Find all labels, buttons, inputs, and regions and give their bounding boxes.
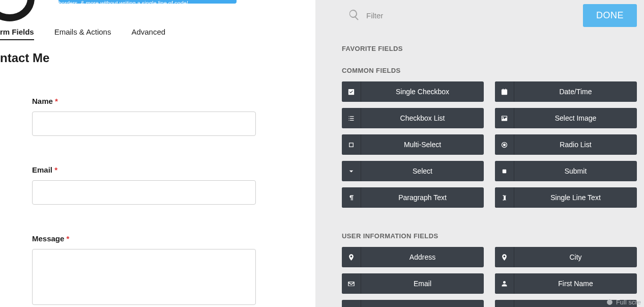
list-icon [342, 108, 361, 128]
radio-icon [495, 134, 514, 155]
field-type-label: First Name [514, 273, 637, 294]
field-type-first-name[interactable]: First Name [495, 273, 637, 294]
tab-form-fields[interactable]: rm Fields [0, 27, 34, 40]
pilcrow-icon [342, 187, 361, 208]
field-type-label: Select Image [514, 108, 637, 128]
tab-emails-actions[interactable]: Emails & Actions [54, 27, 111, 40]
map-pin-icon [342, 247, 361, 267]
field-name[interactable]: Name * [32, 97, 256, 136]
tab-advanced[interactable]: Advanced [131, 27, 165, 40]
user-icon [342, 300, 361, 307]
field-type-label: Submit [514, 161, 637, 181]
field-name-label: Name * [32, 97, 256, 105]
arrow-left-circle-icon [606, 299, 613, 305]
field-type-radio-list[interactable]: Radio List [495, 134, 637, 155]
common-fields-grid: Single CheckboxDate/TimeCheckbox ListSel… [342, 81, 637, 208]
field-type-select[interactable]: Select [342, 161, 484, 181]
checkbox-checked-icon [342, 81, 361, 102]
field-type-last-name[interactable]: Last Name [342, 300, 484, 307]
field-type-label: City [514, 247, 637, 267]
field-type-date-time[interactable]: Date/Time [495, 81, 637, 102]
fullscreen-hint[interactable]: Full scre [606, 298, 641, 306]
field-type-label: Email [361, 273, 484, 294]
field-type-paragraph-text[interactable]: Paragraph Text [342, 187, 484, 208]
field-message[interactable]: Message * [32, 234, 256, 307]
field-name-input[interactable] [32, 111, 256, 136]
field-message-label: Message * [32, 234, 256, 243]
field-email-input[interactable] [32, 180, 256, 205]
field-type-label: Select [361, 161, 484, 181]
search-icon [348, 9, 360, 23]
field-type-single-line-text[interactable]: Single Line Text [495, 187, 637, 208]
square-icon [342, 134, 361, 155]
logo-partial [0, 0, 35, 21]
section-user-info-fields: USER INFORMATION FIELDS [342, 232, 637, 240]
field-type-address[interactable]: Address [342, 247, 484, 267]
globe-icon [495, 300, 514, 307]
form-preview: Name * Email * Message * [32, 97, 256, 307]
field-type-label: Single Checkbox [361, 81, 484, 102]
field-email-label: Email * [32, 165, 256, 174]
envelope-icon [342, 273, 361, 294]
image-icon [495, 108, 514, 128]
user-info-fields-grid: AddressCityEmailFirst NameLast NameCount… [342, 247, 637, 307]
field-type-label: Checkbox List [361, 108, 484, 128]
field-type-label: Paragraph Text [361, 187, 484, 208]
user-icon [495, 273, 514, 294]
field-type-multi-select[interactable]: Multi-Select [342, 134, 484, 155]
text-cursor-icon [495, 187, 514, 208]
builder-tabs: rm Fields Emails & Actions Advanced [0, 27, 165, 40]
field-type-checkbox-list[interactable]: Checkbox List [342, 108, 484, 128]
promo-banner: borders, & more without writing a single… [58, 0, 237, 4]
field-type-email[interactable]: Email [342, 273, 484, 294]
field-type-single-checkbox[interactable]: Single Checkbox [342, 81, 484, 102]
section-favorite-fields: FAVORITE FIELDS [342, 45, 637, 52]
filter-input[interactable] [366, 11, 468, 20]
field-type-select-image[interactable]: Select Image [495, 108, 637, 128]
field-type-label: Radio List [514, 134, 637, 155]
field-type-label: Last Name [361, 300, 484, 307]
field-type-label: Single Line Text [514, 187, 637, 208]
chevron-down-icon [342, 161, 361, 181]
field-type-label: Multi-Select [361, 134, 484, 155]
field-type-label: Address [361, 247, 484, 267]
field-type-city[interactable]: City [495, 247, 637, 267]
calendar-icon [495, 81, 514, 102]
field-email[interactable]: Email * [32, 165, 256, 205]
square-filled-icon [495, 161, 514, 181]
done-button[interactable]: DONE [583, 4, 637, 27]
fullscreen-hint-label: Full scre [616, 298, 641, 306]
field-type-label: Date/Time [514, 81, 637, 102]
field-type-submit[interactable]: Submit [495, 161, 637, 181]
section-common-fields: COMMON FIELDS [342, 67, 637, 74]
map-pin-icon [495, 247, 514, 267]
field-message-input[interactable] [32, 249, 256, 305]
form-title[interactable]: ntact Me [0, 51, 49, 65]
